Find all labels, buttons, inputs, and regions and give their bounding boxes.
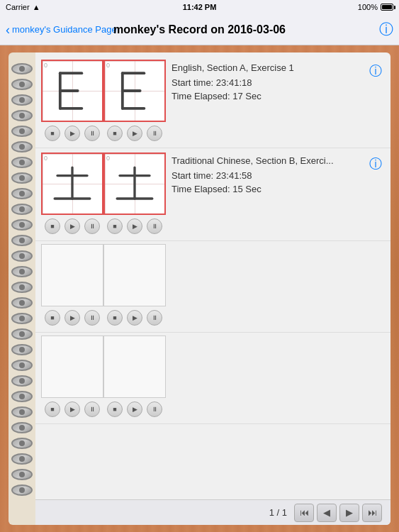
- page-title: monkey's Record on 2016-03-06: [113, 23, 286, 36]
- spiral-coil-3: [11, 110, 33, 121]
- nav-info-button[interactable]: ⓘ: [379, 20, 393, 39]
- status-bar: Carrier ▲ 11:42 PM 100%: [0, 0, 399, 14]
- spiral-coil-23: [11, 422, 33, 433]
- battery-icon: [381, 4, 393, 11]
- last-page-button[interactable]: ⏭: [362, 504, 382, 522]
- spiral-coil-1: [11, 79, 33, 90]
- notebook-page: 0 0: [35, 52, 390, 525]
- cell-controls-3b: ■ ▶ ⏸: [103, 308, 166, 328]
- back-chevron-icon: ‹: [6, 23, 10, 36]
- spiral-coil-26: [11, 469, 33, 480]
- spiral-coil-24: [11, 438, 33, 449]
- pause-btn-3a[interactable]: ⏸: [84, 310, 100, 326]
- char-cells-row-1: 0 0: [41, 60, 166, 122]
- controls-row-1: ■ ▶ ⏸ ■ ▶ ⏸: [41, 122, 166, 145]
- char-cell-1a: 0: [41, 60, 103, 122]
- cell-controls-1a: ■ ▶ ⏸: [41, 123, 103, 143]
- page-label: 1 / 1: [269, 507, 287, 518]
- play-btn-4b[interactable]: ▶: [127, 401, 142, 417]
- exercise-title-1: English, Section A, Exercise 1: [172, 62, 379, 73]
- spiral-coil-25: [11, 453, 33, 465]
- spiral-coil-11: [11, 235, 33, 246]
- exercise-cells-1: 0 0: [41, 60, 166, 145]
- pause-btn-3b[interactable]: ⏸: [147, 310, 162, 326]
- spiral-coil-21: [11, 391, 33, 402]
- exercise-elapsed-1: Time Elapsed: 17 Sec: [172, 91, 379, 101]
- spiral-coil-8: [11, 188, 33, 199]
- controls-row-2: ■ ▶ ⏸ ■ ▶ ⏸: [41, 215, 166, 238]
- cell-controls-4b: ■ ▶ ⏸: [103, 399, 166, 419]
- nav-bar: ‹ monkey's Guidance Page monkey's Record…: [0, 14, 399, 45]
- stop-btn-2b[interactable]: ■: [107, 218, 123, 234]
- controls-row-3: ■ ▶ ⏸ ■ ▶ ⏸: [41, 306, 385, 329]
- play-btn-1a[interactable]: ▶: [64, 126, 80, 141]
- stop-btn-3b[interactable]: ■: [107, 310, 123, 326]
- cell-controls-2a: ■ ▶ ⏸: [41, 216, 103, 236]
- char-cell-3b: [103, 244, 166, 306]
- notebook-scroll[interactable]: 0 0: [35, 52, 390, 499]
- stop-btn-4a[interactable]: ■: [45, 401, 60, 417]
- carrier-label: Carrier: [6, 3, 30, 11]
- exercise-row-3: ■ ▶ ⏸ ■ ▶ ⏸: [35, 241, 390, 333]
- back-button[interactable]: ‹ monkey's Guidance Page: [6, 23, 117, 36]
- play-btn-4a[interactable]: ▶: [64, 401, 80, 417]
- char-svg-plus-2: [105, 154, 164, 214]
- cell-controls-4a: ■ ▶ ⏸: [41, 399, 103, 419]
- pause-btn-4a[interactable]: ⏸: [84, 401, 100, 417]
- spiral-coil-19: [11, 360, 33, 371]
- exercise-info-icon-1[interactable]: ⓘ: [369, 62, 382, 79]
- wifi-icon: ▲: [33, 3, 40, 11]
- stop-btn-1b[interactable]: ■: [107, 126, 123, 141]
- play-btn-3b[interactable]: ▶: [127, 310, 142, 326]
- stop-btn-1a[interactable]: ■: [45, 126, 60, 141]
- spiral-coil-20: [11, 375, 33, 387]
- next-page-button[interactable]: ▶: [339, 504, 359, 522]
- spiral-coil-14: [11, 282, 33, 293]
- exercise-start-2: Start time: 23:41:58: [172, 170, 379, 181]
- exercise-row-1: 0 0: [35, 55, 390, 148]
- char-cell-2b: 0: [103, 153, 166, 215]
- stop-btn-3a[interactable]: ■: [45, 310, 60, 326]
- main-content: 0 0: [9, 52, 390, 525]
- spiral-coil-6: [11, 157, 33, 168]
- pause-btn-1a[interactable]: ⏸: [84, 126, 100, 141]
- play-btn-3a[interactable]: ▶: [64, 310, 80, 326]
- spiral-binding: [9, 52, 35, 525]
- cell-controls-3a: ■ ▶ ⏸: [41, 308, 103, 328]
- spiral-coil-13: [11, 266, 33, 277]
- spiral-coil-9: [11, 204, 33, 215]
- pause-btn-2b[interactable]: ⏸: [147, 218, 162, 234]
- play-btn-2b[interactable]: ▶: [127, 218, 142, 234]
- char-cell-4b: [103, 336, 166, 398]
- pause-btn-4b[interactable]: ⏸: [147, 401, 162, 417]
- pause-btn-1b[interactable]: ⏸: [147, 126, 162, 141]
- play-btn-1b[interactable]: ▶: [127, 126, 142, 141]
- spiral-coil-17: [11, 328, 33, 340]
- exercise-elapsed-2: Time Elapsed: 15 Sec: [172, 184, 379, 194]
- cell-controls-2b: ■ ▶ ⏸: [103, 216, 166, 236]
- spiral-coil-0: [11, 63, 33, 74]
- stop-btn-2a[interactable]: ■: [45, 218, 60, 234]
- exercise-info-icon-2[interactable]: ⓘ: [369, 155, 382, 172]
- spiral-coil-10: [11, 219, 33, 231]
- spiral-coil-7: [11, 172, 33, 184]
- exercise-title-2: Traditional Chinese, Section B, Exerci..…: [172, 155, 379, 166]
- play-btn-2a[interactable]: ▶: [64, 218, 80, 234]
- spiral-coil-5: [11, 141, 33, 153]
- status-right: 100%: [358, 3, 393, 11]
- stop-btn-4b[interactable]: ■: [107, 401, 123, 417]
- prev-page-button[interactable]: ◀: [317, 504, 337, 522]
- controls-row-4: ■ ▶ ⏸ ■ ▶ ⏸: [41, 398, 385, 421]
- exercise-info-1: English, Section A, Exercise 1 Start tim…: [166, 60, 385, 104]
- pause-btn-2a[interactable]: ⏸: [84, 218, 100, 234]
- char-svg-plus-1: [43, 154, 102, 214]
- spiral-coil-12: [11, 250, 33, 262]
- char-cells-row-4: [41, 336, 385, 398]
- spiral-coil-18: [11, 344, 33, 355]
- battery-fill: [382, 5, 392, 9]
- exercise-start-1: Start time: 23:41:18: [172, 77, 379, 88]
- first-page-button[interactable]: ⏮: [294, 504, 314, 522]
- exercise-info-2: Traditional Chinese, Section B, Exerci..…: [166, 153, 385, 197]
- spiral-coil-2: [11, 94, 33, 106]
- spiral-coil-15: [11, 297, 33, 309]
